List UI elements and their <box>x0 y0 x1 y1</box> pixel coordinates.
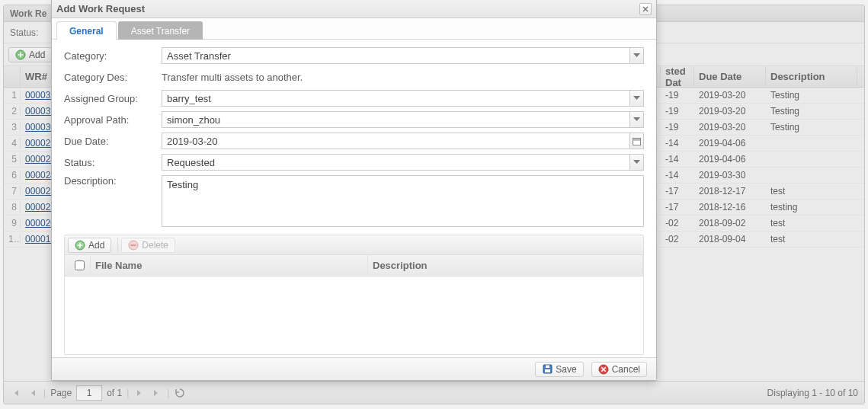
category-label: Category: <box>64 50 162 62</box>
cancel-icon <box>598 364 609 375</box>
save-icon <box>542 364 553 375</box>
svg-rect-6 <box>545 369 550 372</box>
attachments-header: File Name Description <box>65 255 643 276</box>
col-file-name[interactable]: File Name <box>91 255 368 276</box>
add-work-request-dialog: Add Work Request General Asset Transfer … <box>51 0 657 381</box>
assigned-group-label: Assigned Group: <box>64 93 162 104</box>
cancel-button[interactable]: Cancel <box>591 362 647 377</box>
attachments-toolbar: Add Delete <box>65 235 643 255</box>
col-file-desc[interactable]: Description <box>368 255 643 276</box>
chevron-down-icon[interactable] <box>629 155 643 170</box>
approval-path-label: Approval Path: <box>64 114 162 126</box>
approval-path-select[interactable] <box>162 111 644 128</box>
due-date-label: Due Date: <box>64 136 162 147</box>
tab-asset-transfer[interactable]: Asset Transfer <box>118 21 203 40</box>
approval-path-input[interactable] <box>162 112 629 127</box>
svg-rect-2 <box>633 138 641 140</box>
tab-bar: General Asset Transfer <box>52 18 656 40</box>
chevron-down-icon[interactable] <box>629 112 643 127</box>
category-select[interactable] <box>162 47 644 64</box>
dialog-footer: Save Cancel <box>52 357 656 380</box>
dialog-title: Add Work Request <box>56 3 145 14</box>
category-desc-value: Transfer multi assets to another. <box>162 72 303 83</box>
close-icon[interactable] <box>639 3 652 15</box>
calendar-icon[interactable] <box>629 133 643 149</box>
attachments-body <box>65 276 643 354</box>
select-all-checkbox[interactable] <box>75 260 85 270</box>
save-button[interactable]: Save <box>535 362 583 377</box>
status-input[interactable] <box>162 155 629 170</box>
due-date-field[interactable] <box>162 133 644 149</box>
file-delete-button[interactable]: Delete <box>121 238 175 253</box>
description-textarea[interactable] <box>162 175 644 227</box>
status-select[interactable] <box>162 154 644 171</box>
attachments-panel: Add Delete File Name Description <box>64 235 644 355</box>
dialog-header: Add Work Request <box>52 0 656 18</box>
file-add-button[interactable]: Add <box>68 238 111 253</box>
assigned-group-input[interactable] <box>162 91 629 106</box>
col-checkbox[interactable] <box>65 255 91 276</box>
chevron-down-icon[interactable] <box>629 91 643 106</box>
svg-rect-7 <box>546 366 549 369</box>
minus-circle-icon <box>128 240 139 251</box>
due-date-input[interactable] <box>162 133 629 149</box>
category-input[interactable] <box>162 48 629 63</box>
status-field-label: Status: <box>64 157 162 168</box>
description-label: Description: <box>64 175 162 187</box>
plus-circle-icon <box>75 240 85 251</box>
tab-general[interactable]: General <box>56 21 117 40</box>
assigned-group-select[interactable] <box>162 90 644 107</box>
category-desc-label: Category Des: <box>64 72 162 83</box>
chevron-down-icon[interactable] <box>629 48 643 63</box>
general-form: Category: Category Des: Transfer multi a… <box>52 40 656 230</box>
